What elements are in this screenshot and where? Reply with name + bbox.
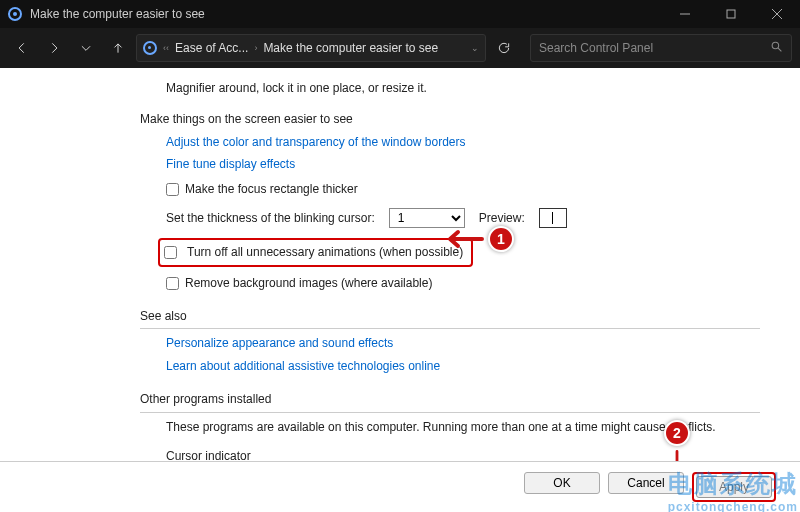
link-fine-tune[interactable]: Fine tune display effects — [166, 157, 295, 171]
checkbox-focus-rectangle-label: Make the focus rectangle thicker — [185, 181, 358, 198]
preview-label: Preview: — [479, 210, 525, 227]
control-panel-icon — [143, 41, 157, 55]
divider — [140, 328, 760, 329]
back-button[interactable] — [8, 34, 36, 62]
checkbox-remove-bg-input[interactable] — [166, 277, 179, 290]
maximize-button[interactable] — [708, 0, 754, 28]
callout-badge-2: 2 — [664, 420, 690, 446]
divider — [140, 412, 760, 413]
callout-badge-1: 1 — [488, 226, 514, 252]
button-row: OK Cancel Apply — [0, 461, 800, 502]
section-heading-other: Other programs installed — [140, 391, 760, 408]
up-button[interactable] — [104, 34, 132, 62]
chevron-right-icon: › — [254, 43, 257, 53]
forward-button[interactable] — [40, 34, 68, 62]
section-heading-see-also: See also — [140, 308, 760, 325]
link-assistive[interactable]: Learn about additional assistive technol… — [166, 359, 440, 373]
breadcrumb-seg1[interactable]: Ease of Acc... — [175, 41, 248, 55]
recent-button[interactable] — [72, 34, 100, 62]
address-bar[interactable]: ‹‹ Ease of Acc... › Make the computer ea… — [136, 34, 486, 62]
cancel-button[interactable]: Cancel — [608, 472, 684, 494]
checkbox-turn-off-animations-label: Turn off all unnecessary animations (whe… — [187, 244, 463, 261]
svg-rect-1 — [727, 10, 735, 18]
svg-line-5 — [778, 48, 781, 51]
cursor-thickness-label: Set the thickness of the blinking cursor… — [166, 210, 375, 227]
checkbox-remove-bg-label: Remove background images (where availabl… — [185, 275, 432, 292]
apply-button[interactable]: Apply — [696, 476, 772, 498]
highlight-box-2: Apply — [692, 472, 776, 502]
ok-button[interactable]: OK — [524, 472, 600, 494]
checkbox-focus-rectangle-input[interactable] — [166, 183, 179, 196]
chevron-right-icon: ‹‹ — [163, 43, 169, 53]
checkbox-focus-rectangle[interactable]: Make the focus rectangle thicker — [166, 181, 760, 198]
app-icon — [8, 7, 22, 21]
navbar: ‹‹ Ease of Acc... › Make the computer ea… — [0, 28, 800, 68]
window-title: Make the computer easier to see — [30, 7, 662, 21]
highlight-box-1: Turn off all unnecessary animations (whe… — [158, 238, 473, 267]
magnifier-blurb: Magnifier around, lock it in one place, … — [166, 80, 760, 97]
checkbox-turn-off-animations-input[interactable] — [164, 246, 177, 259]
link-adjust-color[interactable]: Adjust the color and transparency of the… — [166, 135, 466, 149]
checkbox-turn-off-animations[interactable]: Turn off all unnecessary animations (whe… — [164, 244, 463, 261]
callout-1: 1 — [444, 226, 514, 252]
breadcrumb-seg2[interactable]: Make the computer easier to see — [263, 41, 438, 55]
search-icon — [770, 40, 783, 56]
chevron-down-icon[interactable]: ⌄ — [471, 43, 479, 53]
search-placeholder: Search Control Panel — [539, 41, 653, 55]
preview-box — [539, 208, 567, 228]
link-personalize[interactable]: Personalize appearance and sound effects — [166, 336, 393, 350]
cursor-thickness-select[interactable]: 1 — [389, 208, 465, 228]
minimize-button[interactable] — [662, 0, 708, 28]
refresh-button[interactable] — [490, 34, 518, 62]
arrow-left-icon — [444, 227, 484, 251]
close-button[interactable] — [754, 0, 800, 28]
section-heading-easier: Make things on the screen easier to see — [140, 111, 760, 128]
checkbox-remove-bg[interactable]: Remove background images (where availabl… — [166, 275, 760, 292]
svg-point-4 — [772, 42, 779, 49]
titlebar: Make the computer easier to see — [0, 0, 800, 28]
search-box[interactable]: Search Control Panel — [530, 34, 792, 62]
